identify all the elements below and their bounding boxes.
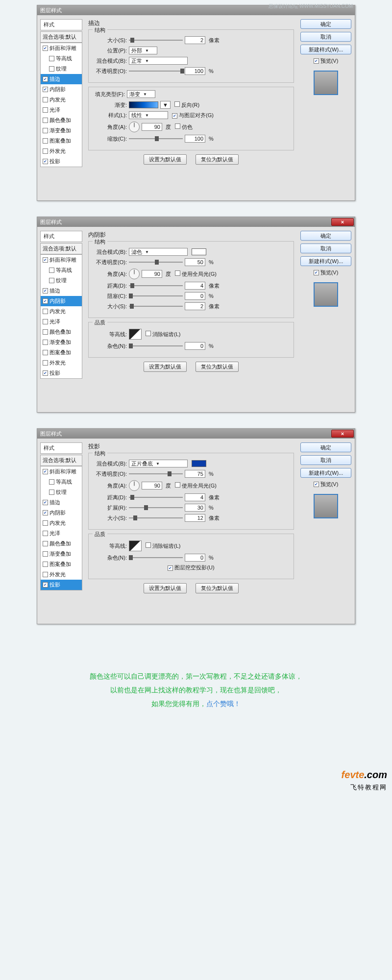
number-input[interactable]: 90 (142, 270, 162, 278)
checkbox-wrap[interactable]: 消除锯齿(L) (146, 331, 181, 338)
checkbox[interactable] (314, 270, 319, 275)
style-item[interactable]: 投影 (41, 156, 82, 167)
angle-dial[interactable] (129, 269, 140, 279)
slider[interactable] (129, 343, 183, 349)
number-input[interactable]: 0 (185, 342, 205, 350)
style-item[interactable]: 颜色叠加 (41, 115, 82, 125)
angle-dial[interactable] (129, 480, 140, 491)
checkbox[interactable] (175, 482, 180, 488)
styles-header[interactable]: 样式 (40, 231, 82, 242)
ok-button[interactable]: 确定 (300, 231, 351, 241)
color-swatch[interactable] (192, 460, 206, 467)
style-item[interactable]: 投影 (41, 368, 82, 378)
checkbox[interactable] (175, 270, 180, 276)
checkbox-wrap[interactable]: 反向(R) (174, 101, 199, 109)
number-input[interactable]: 100 (185, 135, 205, 143)
checkbox[interactable] (314, 58, 319, 64)
style-checkbox[interactable] (43, 107, 48, 113)
slider[interactable] (129, 293, 183, 299)
number-input[interactable]: 2 (185, 36, 205, 44)
number-input[interactable]: 30 (185, 504, 205, 512)
contour-picker[interactable] (129, 329, 142, 340)
checkbox[interactable] (172, 113, 177, 119)
style-item[interactable]: 内阴影 (41, 508, 82, 518)
style-checkbox[interactable] (43, 148, 48, 154)
style-checkbox[interactable] (43, 340, 48, 345)
style-item[interactable]: 内发光 (41, 306, 82, 317)
style-item[interactable]: 斜面和浮雕 (41, 466, 82, 477)
reset-default-button[interactable]: 复位为默认值 (196, 583, 239, 593)
angle-dial[interactable] (129, 122, 140, 132)
style-checkbox[interactable] (49, 479, 54, 485)
contour-picker[interactable] (129, 540, 142, 551)
style-checkbox[interactable] (43, 350, 48, 355)
style-checkbox[interactable] (49, 278, 54, 283)
style-item[interactable]: 外发光 (41, 358, 82, 368)
gradient-swatch[interactable] (129, 101, 158, 108)
style-checkbox[interactable] (43, 76, 48, 82)
set-default-button[interactable]: 设置为默认值 (144, 362, 187, 372)
slider[interactable] (129, 68, 183, 74)
style-checkbox[interactable] (43, 531, 48, 536)
style-item[interactable]: 图案叠加 (41, 136, 82, 146)
styles-header[interactable]: 样式 (40, 442, 82, 454)
style-item[interactable]: 渐变叠加 (41, 337, 82, 347)
reset-default-button[interactable]: 复位为默认值 (196, 362, 239, 372)
style-item[interactable]: 内发光 (41, 518, 82, 528)
close-icon[interactable]: × (331, 430, 354, 438)
color-swatch[interactable] (192, 248, 206, 255)
style-item[interactable]: 斜面和浮雕 (41, 255, 82, 265)
ok-button[interactable]: 确定 (300, 19, 351, 29)
checkbox[interactable] (146, 542, 151, 548)
style-checkbox[interactable] (43, 118, 48, 123)
cancel-button[interactable]: 取消 (300, 32, 351, 42)
number-input[interactable]: 0 (185, 292, 205, 300)
style-checkbox[interactable] (43, 257, 48, 263)
style-item[interactable]: 光泽 (41, 317, 82, 327)
style-item[interactable]: 纹理 (41, 487, 82, 497)
dropdown[interactable]: 滤色▼ (129, 248, 188, 256)
style-item[interactable]: 投影 (41, 580, 82, 590)
checkbox-wrap[interactable]: 使用全局光(G) (175, 270, 217, 278)
style-item[interactable]: 描边 (41, 74, 82, 84)
new-style-button[interactable]: 新建样式(W)... (300, 45, 351, 54)
styles-header[interactable]: 样式 (40, 19, 82, 30)
dropdown[interactable]: 外部▼ (129, 47, 157, 54)
slider[interactable] (129, 135, 183, 142)
number-input[interactable]: 90 (142, 482, 162, 490)
style-checkbox[interactable] (43, 360, 48, 366)
checkbox-wrap[interactable]: 仿色 (175, 123, 193, 131)
checkbox-wrap[interactable]: 消除锯齿(L) (146, 542, 181, 550)
style-item[interactable]: 描边 (41, 497, 82, 508)
checkbox-wrap[interactable]: 使用全局光(G) (175, 482, 217, 490)
dropdown[interactable]: 渐变▼ (127, 90, 155, 98)
style-item[interactable]: 颜色叠加 (41, 327, 82, 337)
number-input[interactable]: 4 (185, 282, 205, 290)
style-checkbox[interactable] (43, 520, 48, 526)
slider[interactable] (129, 37, 183, 44)
style-checkbox[interactable] (43, 309, 48, 314)
style-item[interactable]: 等高线 (41, 53, 82, 64)
number-input[interactable]: 90 (142, 123, 162, 131)
style-item[interactable]: 纹理 (41, 275, 82, 286)
slider[interactable] (129, 303, 183, 310)
new-style-button[interactable]: 新建样式(W)... (300, 256, 351, 266)
dropdown[interactable]: 线性▼ (129, 111, 168, 119)
style-item[interactable]: 图案叠加 (41, 559, 82, 569)
style-checkbox[interactable] (43, 97, 48, 102)
number-input[interactable]: 75 (185, 470, 205, 478)
cancel-button[interactable]: 取消 (300, 455, 351, 465)
set-default-button[interactable]: 设置为默认值 (144, 583, 187, 593)
checkbox-wrap[interactable]: 图层挖空投影(U) (168, 564, 214, 571)
style-checkbox[interactable] (49, 66, 54, 72)
style-item[interactable]: 颜色叠加 (41, 539, 82, 549)
checkbox[interactable] (175, 123, 180, 129)
style-checkbox[interactable] (49, 268, 54, 273)
style-checkbox[interactable] (43, 329, 48, 335)
style-checkbox[interactable] (43, 551, 48, 557)
checkbox[interactable] (174, 101, 180, 107)
preview-toggle[interactable]: 预览(V) (314, 269, 339, 276)
style-checkbox[interactable] (43, 159, 48, 164)
style-item[interactable]: 外发光 (41, 146, 82, 156)
blend-options[interactable]: 混合选项:默认 (40, 455, 82, 466)
